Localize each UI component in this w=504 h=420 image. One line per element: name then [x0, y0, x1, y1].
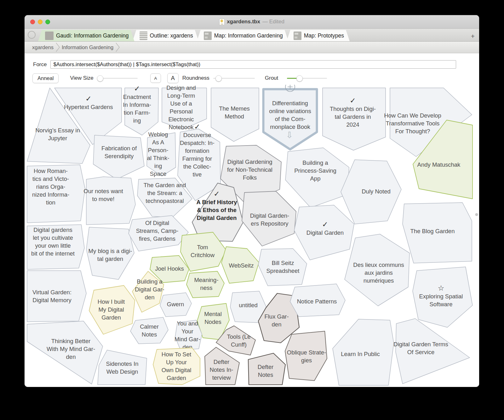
breadcrumb-segment-xgardens[interactable]: xgardens: [31, 42, 60, 53]
tab-map-prototypes[interactable]: Map: Prototypes: [287, 30, 350, 41]
note-cell-thoughts-digital-gardens-2024[interactable]: Thoughts on Digi-tal Gardens in2024✓: [323, 88, 386, 150]
note-cell-my-blog-is-a-digital-garden[interactable]: My blog is a digi-tal garden: [86, 227, 134, 279]
note-shape[interactable]: [27, 271, 86, 322]
note-cell-exploring-spatial-software[interactable]: Exploring SpatialSoftware☆: [413, 267, 472, 327]
note-cell-sidenotes-in-web-design[interactable]: Sidenotes InWeb Design: [98, 350, 147, 385]
note-title-line: Docuverse: [183, 132, 211, 138]
note-cell-calmer-notes[interactable]: CalmerNotes: [130, 317, 168, 344]
note-cell-thinking-better-mind-garden[interactable]: Thinking BetterWith My Mind Gar-den: [27, 321, 103, 384]
note-cell-bill-seitz-spreadsheet[interactable]: Bill SeitzSpreadsheet: [258, 249, 307, 286]
note-cell-how-i-built-my-digital-garden[interactable]: How I builtMy DigitalGarden: [89, 285, 135, 334]
note-cell-of-digital-streams[interactable]: Of DigitalStreams, Camp-fires, Gardens: [129, 216, 188, 251]
note-cell-fabrication-of-serendipity[interactable]: Fabrication ofSerendipity: [93, 135, 144, 179]
note-title-line: bit of the internet: [31, 250, 75, 257]
note-title-line: Digital Gar-: [135, 286, 164, 293]
note-cell-digital-gardeners-repository[interactable]: Digital Garden-ers Repository: [242, 191, 296, 246]
note-title-line: your own little: [35, 242, 71, 249]
grout-slider[interactable]: [287, 75, 327, 81]
note-title-line: ing: [133, 117, 141, 124]
anneal-button[interactable]: Anneal: [32, 73, 59, 83]
check-badge-icon: ✓: [214, 190, 220, 198]
note-title-line: Web Design: [106, 368, 138, 375]
close-button[interactable]: [30, 20, 35, 24]
note-shape[interactable]: [130, 317, 168, 344]
note-cell-defter-notes[interactable]: DefterNotes: [248, 353, 285, 385]
note-title-line: My Digital: [98, 306, 124, 313]
slider-thumb[interactable]: [215, 75, 222, 82]
note-cell-des-lieux-communs[interactable]: Des lieux communsaux jardinsnumériques: [345, 234, 410, 306]
note-cell-blog-garden[interactable]: The Blog Garden: [403, 203, 472, 263]
view-size-slider[interactable]: [98, 75, 138, 81]
roundness-label: Roundness: [182, 75, 209, 81]
note-title-line: tive: [193, 171, 202, 178]
note-shape[interactable]: [285, 331, 327, 381]
note-title-line: Up Your: [166, 359, 187, 365]
note-cell-digital-garden-terms-of-service[interactable]: Digital Garden TermsOf Service: [393, 319, 470, 384]
note-title-line: tion Farm-: [124, 109, 150, 116]
roundness-slider[interactable]: [213, 75, 255, 81]
view-selector-icon[interactable]: [28, 31, 36, 39]
note-cell-you-and-your-mind-garden[interactable]: You andYourMind Gar-den: [175, 320, 202, 350]
note-title-line: Use of a: [170, 100, 192, 107]
note-title-line: Garden: [101, 314, 121, 321]
note-cell-garden-and-the-stream[interactable]: The Garden andthe Stream: atechnopastora…: [137, 178, 192, 217]
note-cell-learn-in-public[interactable]: Learn In Public: [333, 319, 394, 385]
traffic-lights: [30, 15, 50, 28]
slider-thumb[interactable]: [296, 75, 303, 82]
note-cell-meaningness[interactable]: Meaning-ness: [186, 271, 224, 298]
note-title-line: Norvig’s Essay in: [35, 127, 80, 134]
check-badge-icon: ✓: [134, 85, 140, 93]
note-cell-princess-saving-app[interactable]: Building aPrincess-SavingApp: [285, 148, 349, 208]
breadcrumb-segment-information-gardening[interactable]: Information Gardening: [60, 42, 120, 53]
note-title-line: Defter: [258, 364, 273, 370]
tab-label: Outline: xgardens: [150, 32, 193, 39]
note-title-line: How Roman-: [34, 168, 68, 174]
note-cell-defter-notes-interview[interactable]: DefterNotes In-terview: [205, 347, 239, 385]
note-cell-webseitz[interactable]: WebSeitz: [221, 247, 259, 283]
edited-status: — Edited: [262, 19, 284, 25]
new-tab-button[interactable]: +: [471, 33, 475, 39]
note-title-line: Exploring Spatial: [419, 293, 463, 300]
note-cell-enactment-information-farming[interactable]: EnactmentIn Informa-tion Farm-ing✓: [123, 85, 158, 135]
note-cell-our-notes-want-to-move[interactable]: Our notes wantto move!: [83, 177, 135, 225]
check-badge-icon: ✓: [194, 123, 200, 131]
outline-icon: [140, 32, 147, 40]
minimize-button[interactable]: [38, 20, 43, 24]
check-badge-icon: ✓: [350, 96, 356, 105]
note-cell-how-romantics-victorians[interactable]: How Roman-tics and Victo-rians Orga-nize…: [27, 165, 85, 223]
note-title-line: Mental: [204, 311, 222, 317]
note-cell-oblique-strategies[interactable]: Oblique Strate-gies: [285, 331, 327, 381]
check-badge-icon: ✓: [322, 220, 328, 228]
note-title-line: nized Informa-: [32, 191, 69, 198]
note-cell-differentiating-commonplace-book[interactable]: Differentiatingonline variationsof the C…: [263, 85, 317, 149]
zoom-button[interactable]: [45, 20, 50, 24]
slider-thumb[interactable]: [97, 75, 103, 82]
note-title-line: al Think-: [147, 155, 169, 161]
note-cell-digital-garden[interactable]: Digital Garden✓: [294, 205, 354, 260]
tab-outline-xgardens[interactable]: Outline: xgardens: [133, 30, 199, 41]
force-input[interactable]: [50, 60, 456, 69]
note-title-line: As A: [152, 139, 164, 146]
note-title-line: rians Orga-: [36, 183, 66, 190]
smaller-font-button[interactable]: A: [150, 73, 161, 83]
scrollbar-dot[interactable]: [475, 213, 478, 216]
note-cell-notice-patterns[interactable]: Notice Patterns: [290, 284, 345, 317]
note-cell-weblog-personal-thinking-space[interactable]: WeblogAs APerson-al Think-ingSpace: [147, 131, 176, 177]
note-cell-gwern[interactable]: Gwern: [160, 293, 192, 317]
note-cell-how-to-set-up-your-own[interactable]: How To SetUp YourOwn DigitalGarden: [153, 348, 200, 385]
note-shape[interactable]: [98, 350, 147, 385]
note-cell-virtual-garden-digital-memory[interactable]: Virtual Garden:Digital Memory: [27, 271, 86, 322]
note-shape[interactable]: [27, 321, 103, 384]
note-title-line: Fabrication of: [101, 145, 137, 152]
note-title-line: Building a: [302, 159, 328, 166]
note-cell-duly-noted[interactable]: Duly Noted: [341, 160, 401, 224]
note-cell-memes-method[interactable]: The MemesMethod: [211, 88, 259, 141]
larger-font-button[interactable]: A: [167, 73, 179, 83]
tab-map-information-gardening[interactable]: Map: Information Gardening: [197, 30, 289, 41]
note-cell-digital-gardens-cultivate[interactable]: Digital gardenslet you cultivateyour own…: [27, 225, 84, 269]
note-title-line: Bill Seitz: [272, 260, 294, 266]
down-arrow-icon[interactable]: ⇩: [286, 130, 293, 140]
note-title-line: numériques: [364, 277, 394, 284]
tab-gaudi-information-gardening[interactable]: Gaudi: Information Gardening: [38, 30, 135, 41]
note-title-line: Andy Matuschak: [417, 161, 461, 168]
